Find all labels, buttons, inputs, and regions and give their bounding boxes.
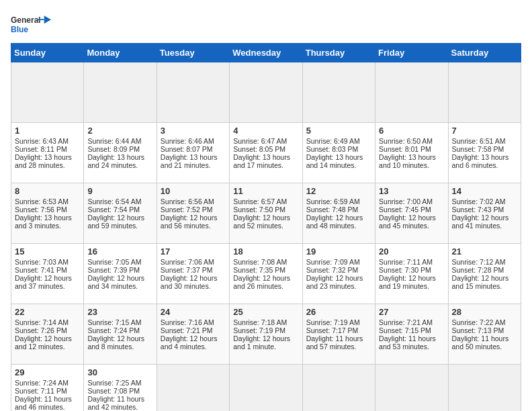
day-info-line: Sunrise: 7:00 AM bbox=[379, 197, 444, 205]
day-info-line: Sunset: 7:48 PM bbox=[306, 205, 371, 214]
day-number: 6 bbox=[379, 126, 444, 136]
day-number: 23 bbox=[87, 307, 152, 317]
calendar-cell: 29Sunrise: 7:24 AMSunset: 7:11 PMDayligh… bbox=[11, 365, 84, 412]
day-number: 22 bbox=[15, 307, 80, 317]
calendar-cell: 6Sunrise: 6:50 AMSunset: 8:01 PMDaylight… bbox=[375, 123, 448, 183]
day-info-line: Sunset: 7:50 PM bbox=[233, 205, 298, 214]
svg-text:General: General bbox=[11, 15, 41, 25]
calendar-cell bbox=[11, 62, 84, 123]
calendar-cell bbox=[375, 62, 448, 123]
day-info-line: and 23 minutes. bbox=[306, 282, 371, 290]
calendar-header-row: SundayMondayTuesdayWednesdayThursdayFrid… bbox=[11, 44, 521, 62]
day-info-line: Sunrise: 6:49 AM bbox=[306, 137, 371, 145]
day-info-line: Daylight: 11 hours bbox=[379, 334, 444, 342]
calendar-cell: 3Sunrise: 6:46 AMSunset: 8:07 PMDaylight… bbox=[157, 123, 229, 183]
day-info-line: Daylight: 12 hours bbox=[161, 334, 226, 342]
day-info-line: Sunset: 7:19 PM bbox=[233, 326, 298, 334]
day-info-line: Sunrise: 7:15 AM bbox=[87, 318, 152, 326]
day-number: 7 bbox=[452, 126, 517, 136]
day-info-line: Sunset: 7:11 PM bbox=[15, 387, 80, 395]
day-info-line: Sunset: 7:15 PM bbox=[379, 326, 444, 334]
calendar-cell bbox=[230, 365, 302, 412]
col-header-saturday: Saturday bbox=[448, 44, 521, 62]
day-info-line: Daylight: 13 hours bbox=[452, 153, 517, 161]
calendar-cell: 13Sunrise: 7:00 AMSunset: 7:45 PMDayligh… bbox=[375, 183, 448, 244]
day-info-line: Sunrise: 7:16 AM bbox=[161, 318, 226, 326]
day-number: 17 bbox=[161, 246, 226, 257]
day-info-line: Daylight: 12 hours bbox=[87, 274, 152, 282]
logo-svg: General Blue bbox=[11, 11, 51, 38]
day-info-line: and 4 minutes. bbox=[161, 342, 226, 351]
day-info-line: Sunrise: 7:24 AM bbox=[15, 379, 80, 387]
day-info-line: Sunset: 7:24 PM bbox=[87, 326, 152, 334]
day-number: 8 bbox=[15, 186, 80, 196]
day-info-line: Sunset: 7:56 PM bbox=[15, 205, 80, 214]
day-number: 14 bbox=[452, 186, 517, 196]
calendar-week-row: 22Sunrise: 7:14 AMSunset: 7:26 PMDayligh… bbox=[11, 304, 521, 365]
day-number: 27 bbox=[379, 307, 444, 317]
day-number: 20 bbox=[379, 246, 444, 257]
day-number: 29 bbox=[15, 367, 80, 377]
calendar-cell bbox=[157, 62, 229, 123]
day-info-line: Daylight: 12 hours bbox=[87, 334, 152, 342]
day-info-line: Daylight: 12 hours bbox=[15, 334, 80, 342]
calendar-cell: 19Sunrise: 7:09 AMSunset: 7:32 PMDayligh… bbox=[302, 244, 375, 304]
day-info-line: Daylight: 11 hours bbox=[452, 334, 517, 342]
day-number: 5 bbox=[306, 126, 371, 136]
day-number: 2 bbox=[87, 126, 152, 136]
calendar-cell: 23Sunrise: 7:15 AMSunset: 7:24 PMDayligh… bbox=[84, 304, 157, 365]
calendar-week-row: 29Sunrise: 7:24 AMSunset: 7:11 PMDayligh… bbox=[11, 365, 521, 412]
day-info-line: Sunset: 7:54 PM bbox=[87, 205, 152, 214]
day-number: 12 bbox=[306, 186, 371, 196]
day-info-line: Sunset: 7:39 PM bbox=[87, 266, 152, 274]
calendar-cell: 17Sunrise: 7:06 AMSunset: 7:37 PMDayligh… bbox=[157, 244, 229, 304]
svg-marker-2 bbox=[44, 15, 51, 24]
calendar-cell bbox=[302, 62, 375, 123]
calendar-cell: 30Sunrise: 7:25 AMSunset: 7:08 PMDayligh… bbox=[84, 365, 157, 412]
day-number: 10 bbox=[161, 186, 226, 196]
day-info-line: Sunrise: 6:53 AM bbox=[15, 197, 80, 205]
calendar-cell bbox=[448, 62, 521, 123]
day-info-line: Sunrise: 7:09 AM bbox=[306, 258, 371, 266]
day-info-line: Daylight: 13 hours bbox=[15, 153, 80, 161]
day-info-line: and 53 minutes. bbox=[379, 342, 444, 351]
day-info-line: Daylight: 12 hours bbox=[452, 214, 517, 222]
day-number: 30 bbox=[87, 367, 152, 377]
day-info-line: Sunrise: 7:18 AM bbox=[233, 318, 298, 326]
calendar-week-row bbox=[11, 62, 521, 123]
day-info-line: Sunset: 7:43 PM bbox=[452, 205, 517, 214]
day-info-line: and 46 minutes. bbox=[15, 403, 80, 411]
day-info-line: Sunset: 8:05 PM bbox=[233, 145, 298, 153]
day-info-line: Daylight: 12 hours bbox=[452, 274, 517, 282]
calendar-cell bbox=[302, 365, 375, 412]
calendar-cell bbox=[157, 365, 229, 412]
col-header-tuesday: Tuesday bbox=[157, 44, 229, 62]
day-info-line: and 14 minutes. bbox=[306, 161, 371, 169]
day-info-line: and 17 minutes. bbox=[233, 161, 298, 169]
col-header-thursday: Thursday bbox=[302, 44, 375, 62]
calendar-cell bbox=[448, 365, 521, 412]
day-info-line: and 8 minutes. bbox=[87, 342, 152, 351]
day-number: 25 bbox=[233, 307, 298, 317]
day-number: 16 bbox=[87, 246, 152, 257]
day-info-line: and 21 minutes. bbox=[161, 161, 226, 169]
day-info-line: and 34 minutes. bbox=[87, 282, 152, 290]
day-info-line: Sunrise: 6:43 AM bbox=[15, 137, 80, 145]
day-info-line: Daylight: 13 hours bbox=[15, 214, 80, 222]
day-info-line: Daylight: 13 hours bbox=[161, 153, 226, 161]
day-info-line: Sunset: 8:11 PM bbox=[15, 145, 80, 153]
day-info-line: Sunset: 7:58 PM bbox=[452, 145, 517, 153]
day-info-line: Daylight: 12 hours bbox=[306, 274, 371, 282]
calendar-cell bbox=[375, 365, 448, 412]
calendar-cell: 9Sunrise: 6:54 AMSunset: 7:54 PMDaylight… bbox=[84, 183, 157, 244]
calendar-cell: 1Sunrise: 6:43 AMSunset: 8:11 PMDaylight… bbox=[11, 123, 84, 183]
day-info-line: and 12 minutes. bbox=[15, 342, 80, 351]
svg-text:Blue: Blue bbox=[11, 25, 28, 34]
day-info-line: and 56 minutes. bbox=[161, 222, 226, 230]
day-number: 28 bbox=[452, 307, 517, 317]
day-info-line: and 26 minutes. bbox=[233, 282, 298, 290]
calendar-cell: 27Sunrise: 7:21 AMSunset: 7:15 PMDayligh… bbox=[375, 304, 448, 365]
day-number: 13 bbox=[379, 186, 444, 196]
day-info-line: Daylight: 11 hours bbox=[15, 395, 80, 403]
calendar-cell: 16Sunrise: 7:05 AMSunset: 7:39 PMDayligh… bbox=[84, 244, 157, 304]
